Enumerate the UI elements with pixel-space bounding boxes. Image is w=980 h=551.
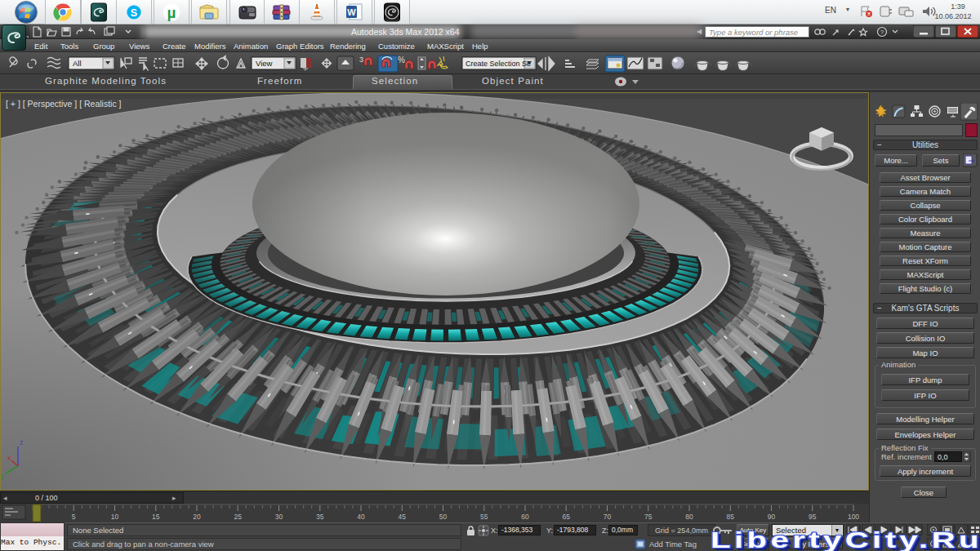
svg-text:15: 15 <box>152 513 160 521</box>
svg-text:95: 95 <box>808 513 817 521</box>
svg-text:40: 40 <box>357 513 365 521</box>
svg-text:60: 60 <box>521 513 529 521</box>
svg-text:75: 75 <box>644 513 653 521</box>
svg-text:5: 5 <box>72 513 76 521</box>
svg-text:All: All <box>73 59 82 68</box>
svg-text:70: 70 <box>604 513 612 521</box>
svg-text:%: % <box>398 56 405 64</box>
svg-text:90: 90 <box>768 513 776 521</box>
svg-text:55: 55 <box>480 513 488 521</box>
svg-text:85: 85 <box>727 513 735 521</box>
svg-text:35: 35 <box>316 513 324 521</box>
svg-text:W: W <box>347 7 356 16</box>
svg-text:30: 30 <box>275 513 283 521</box>
svg-text:45: 45 <box>399 513 407 521</box>
svg-text:50: 50 <box>439 513 448 521</box>
svg-text:3: 3 <box>359 56 363 64</box>
svg-text:25: 25 <box>234 513 242 521</box>
svg-text:20: 20 <box>193 513 201 521</box>
svg-text:10: 10 <box>111 513 119 521</box>
svg-text:µ: µ <box>167 4 176 21</box>
svg-text:S: S <box>131 7 137 18</box>
svg-text:80: 80 <box>685 513 693 521</box>
svg-text:[ + ] [ Perspective ] [ Realis: [ + ] [ Perspective ] [ Realistic ] <box>6 99 122 109</box>
svg-text:65: 65 <box>562 513 570 521</box>
svg-text:100: 100 <box>848 513 859 521</box>
svg-text:View: View <box>256 59 273 68</box>
svg-text:y: y <box>1 472 5 480</box>
svg-text:Create Selection Se: Create Selection Se <box>466 60 531 68</box>
svg-text:z: z <box>20 438 24 447</box>
svg-text:?: ? <box>880 29 884 36</box>
svg-text:x: x <box>7 454 11 462</box>
